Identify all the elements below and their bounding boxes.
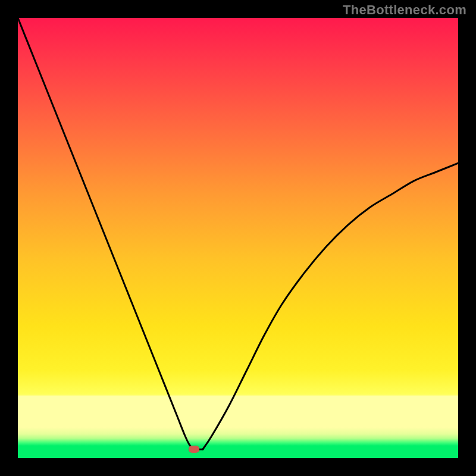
watermark-text: TheBottleneck.com [343, 2, 466, 18]
bottleneck-curve [18, 18, 458, 458]
plot-area [18, 18, 458, 458]
chart-frame: TheBottleneck.com [0, 0, 476, 476]
minimum-marker [189, 446, 199, 453]
